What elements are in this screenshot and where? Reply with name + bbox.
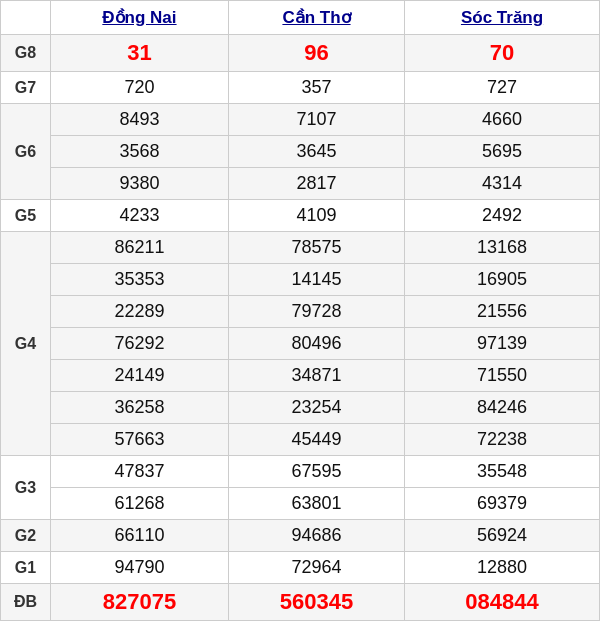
row-label: G6: [1, 104, 51, 200]
table-row: G1947907296412880: [1, 552, 600, 584]
table-cell: 94790: [51, 552, 229, 584]
table-cell: 4660: [405, 104, 600, 136]
table-header-row: Đồng Nai Cần Thơ Sóc Trăng: [1, 1, 600, 35]
table-cell: 2492: [405, 200, 600, 232]
header-dong-nai: Đồng Nai: [51, 1, 229, 35]
table-cell: 35548: [405, 456, 600, 488]
header-soc-trang: Sóc Trăng: [405, 1, 600, 35]
table-cell: 67595: [228, 456, 404, 488]
table-cell: 70: [405, 35, 600, 72]
table-row: 222897972821556: [1, 296, 600, 328]
table-row: G7720357727: [1, 72, 600, 104]
table-row: G5423341092492: [1, 200, 600, 232]
table-row: ĐB827075560345084844: [1, 584, 600, 621]
table-cell: 71550: [405, 360, 600, 392]
table-row: G4862117857513168: [1, 232, 600, 264]
table-row: 241493487171550: [1, 360, 600, 392]
table-row: G3478376759535548: [1, 456, 600, 488]
table-row: 353531414516905: [1, 264, 600, 296]
table-row: 356836455695: [1, 136, 600, 168]
table-row: 762928049697139: [1, 328, 600, 360]
table-cell: 084844: [405, 584, 600, 621]
table-cell: 727: [405, 72, 600, 104]
table-cell: 3645: [228, 136, 404, 168]
table-cell: 7107: [228, 104, 404, 136]
table-cell: 24149: [51, 360, 229, 392]
table-row: 576634544972238: [1, 424, 600, 456]
table-row: 938028174314: [1, 168, 600, 200]
table-cell: 3568: [51, 136, 229, 168]
row-label: G4: [1, 232, 51, 456]
table-cell: 2817: [228, 168, 404, 200]
table-cell: 560345: [228, 584, 404, 621]
table-cell: 57663: [51, 424, 229, 456]
table-cell: 97139: [405, 328, 600, 360]
table-row: G2661109468656924: [1, 520, 600, 552]
table-cell: 12880: [405, 552, 600, 584]
row-label: G7: [1, 72, 51, 104]
table-cell: 4233: [51, 200, 229, 232]
table-cell: 72964: [228, 552, 404, 584]
table-cell: 22289: [51, 296, 229, 328]
header-can-tho: Cần Thơ: [228, 1, 404, 35]
table-cell: 34871: [228, 360, 404, 392]
table-cell: 66110: [51, 520, 229, 552]
table-cell: 94686: [228, 520, 404, 552]
table-cell: 79728: [228, 296, 404, 328]
row-label: ĐB: [1, 584, 51, 621]
table-cell: 21556: [405, 296, 600, 328]
table-row: 362582325484246: [1, 392, 600, 424]
row-label: G2: [1, 520, 51, 552]
table-cell: 86211: [51, 232, 229, 264]
table-cell: 76292: [51, 328, 229, 360]
table-cell: 4109: [228, 200, 404, 232]
table-cell: 720: [51, 72, 229, 104]
table-cell: 13168: [405, 232, 600, 264]
header-col0: [1, 1, 51, 35]
table-row: G8319670: [1, 35, 600, 72]
table-cell: 4314: [405, 168, 600, 200]
table-cell: 84246: [405, 392, 600, 424]
table-cell: 47837: [51, 456, 229, 488]
table-cell: 35353: [51, 264, 229, 296]
table-cell: 56924: [405, 520, 600, 552]
table-row: 612686380169379: [1, 488, 600, 520]
row-label: G8: [1, 35, 51, 72]
table-cell: 78575: [228, 232, 404, 264]
table-cell: 827075: [51, 584, 229, 621]
table-cell: 96: [228, 35, 404, 72]
table-cell: 72238: [405, 424, 600, 456]
table-cell: 357: [228, 72, 404, 104]
table-cell: 36258: [51, 392, 229, 424]
table-cell: 61268: [51, 488, 229, 520]
table-cell: 14145: [228, 264, 404, 296]
table-cell: 31: [51, 35, 229, 72]
table-cell: 80496: [228, 328, 404, 360]
table-cell: 8493: [51, 104, 229, 136]
table-cell: 16905: [405, 264, 600, 296]
lottery-table: Đồng Nai Cần Thơ Sóc Trăng G8319670G7720…: [0, 0, 600, 621]
table-cell: 9380: [51, 168, 229, 200]
row-label: G5: [1, 200, 51, 232]
table-cell: 63801: [228, 488, 404, 520]
table-cell: 45449: [228, 424, 404, 456]
table-cell: 5695: [405, 136, 600, 168]
row-label: G1: [1, 552, 51, 584]
table-cell: 23254: [228, 392, 404, 424]
table-row: G6849371074660: [1, 104, 600, 136]
table-cell: 69379: [405, 488, 600, 520]
row-label: G3: [1, 456, 51, 520]
